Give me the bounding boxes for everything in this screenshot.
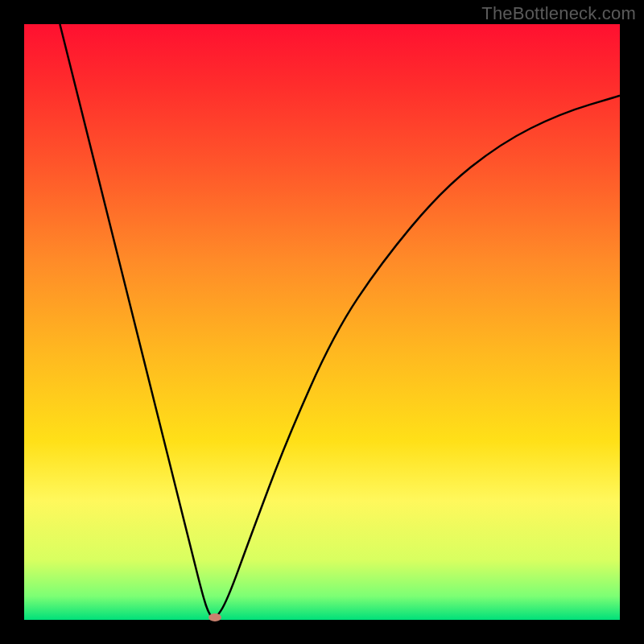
bottleneck-curve bbox=[24, 24, 620, 620]
vertex-marker bbox=[208, 613, 221, 621]
curve-path bbox=[60, 24, 620, 617]
plot-area bbox=[24, 24, 620, 620]
watermark-text: TheBottleneck.com bbox=[481, 3, 636, 24]
chart-frame: TheBottleneck.com bbox=[0, 0, 644, 644]
